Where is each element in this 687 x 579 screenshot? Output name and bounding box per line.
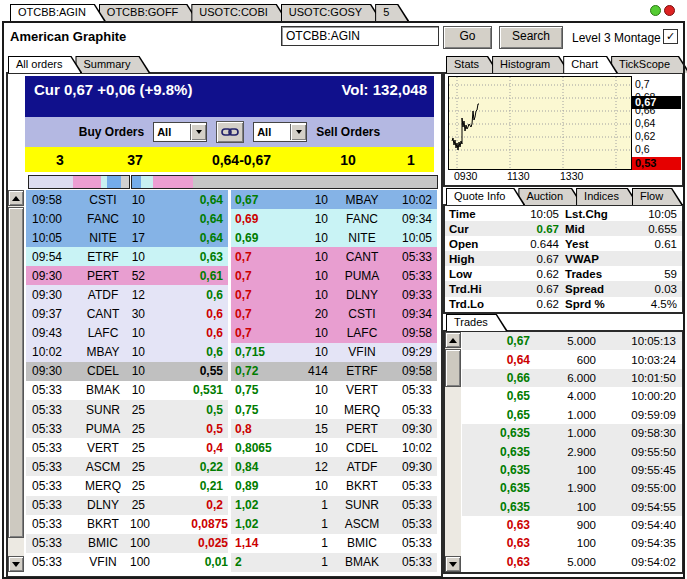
tab-summary[interactable]: Summary bbox=[75, 56, 150, 73]
ask-row[interactable]: 0,89 10 BKRT 05:33 bbox=[231, 476, 437, 495]
bid-row[interactable]: 05:33 MERQ 25 0,21 bbox=[26, 476, 228, 495]
bid-row[interactable]: 09:30 ATDF 12 0,6 bbox=[26, 285, 228, 304]
ask-row[interactable]: 0,8065 10 CDEL 10:02 bbox=[231, 438, 437, 457]
tab-flow[interactable]: Flow bbox=[632, 188, 683, 205]
ask-row[interactable]: 0,7 10 CANT 05:33 bbox=[231, 247, 437, 266]
tab-all-orders[interactable]: All orders bbox=[8, 56, 82, 73]
ask-row[interactable]: 0,8 15 PERT 09:30 bbox=[231, 419, 437, 438]
x-tick-label: 1130 bbox=[507, 170, 530, 182]
scrollbar-thumb[interactable] bbox=[8, 207, 24, 538]
bid-row[interactable]: 05:33 ASCM 25 0,22 bbox=[26, 457, 228, 476]
trade-size: 1.000 bbox=[530, 409, 596, 421]
trade-row[interactable]: 0,63 5.000 09:54:02 bbox=[462, 553, 682, 571]
ask-row[interactable]: 0,69 10 FANC 09:34 bbox=[231, 209, 437, 228]
tab-histogram[interactable]: Histogram bbox=[492, 56, 570, 73]
stat-value: 4.5% bbox=[621, 298, 677, 310]
tab-indices[interactable]: Indices bbox=[576, 188, 639, 205]
sell-filter-dropdown[interactable]: All bbox=[253, 122, 307, 142]
tab-auction[interactable]: Auction bbox=[518, 188, 583, 205]
ask-row[interactable]: 0,84 12 ATDF 09:30 bbox=[231, 457, 437, 476]
trade-row[interactable]: 0,63 900 09:54:40 bbox=[462, 516, 682, 534]
bid-row[interactable]: 05:33 BMIC 100 0,025 bbox=[26, 534, 228, 553]
search-button[interactable]: Search bbox=[499, 26, 563, 49]
trades-scrollbar[interactable] bbox=[445, 332, 461, 572]
tab-5[interactable]: 5 bbox=[375, 4, 409, 21]
bid-row[interactable]: 09:54 ETRF 10 0,63 bbox=[26, 247, 228, 266]
tab-usotc-cobi[interactable]: USOTC:COBI bbox=[191, 4, 287, 21]
trade-time: 09:59:09 bbox=[596, 409, 676, 421]
bid-row[interactable]: 05:33 VERT 25 0,4 bbox=[26, 438, 228, 457]
bid-row[interactable]: 05:33 PUMA 25 0,5 bbox=[26, 419, 228, 438]
bid-row[interactable]: 05:33 BKRT 100 0,0875 bbox=[26, 515, 228, 534]
bid-price: 0,4 bbox=[159, 441, 223, 455]
scroll-up-button[interactable] bbox=[8, 190, 24, 206]
trade-row[interactable]: 0,64 600 10:03:24 bbox=[462, 350, 682, 368]
bid-row[interactable]: 05:33 DLNY 25 0,2 bbox=[26, 496, 228, 515]
ask-row[interactable]: 0,715 10 VFIN 09:29 bbox=[231, 343, 437, 362]
ask-row[interactable]: 0,75 10 MERQ 05:33 bbox=[231, 400, 437, 419]
bid-row[interactable]: 05:33 BMAK 10 0,531 bbox=[26, 381, 228, 400]
bid-row[interactable]: 09:43 LAFC 10 0,6 bbox=[26, 324, 228, 343]
trade-row[interactable]: 0,65 4.000 10:00:20 bbox=[462, 387, 682, 405]
bid-price: 0,2 bbox=[159, 498, 223, 512]
symbol-input[interactable] bbox=[281, 26, 439, 46]
bid-row[interactable]: 09:30 PERT 52 0,61 bbox=[26, 266, 228, 285]
bid-row[interactable]: 10:00 FANC 10 0,64 bbox=[26, 209, 228, 228]
trade-size: 1.000 bbox=[530, 427, 596, 439]
trade-row[interactable]: 0,635 100 09:54:55 bbox=[462, 498, 682, 516]
ask-row[interactable]: 0,7 10 LAFC 09:58 bbox=[231, 324, 437, 343]
tab-chart[interactable]: Chart bbox=[563, 56, 618, 73]
ask-row[interactable]: 1,02 1 SUNR 05:33 bbox=[231, 496, 437, 515]
bid-row[interactable]: 10:05 NITE 17 0,64 bbox=[26, 228, 228, 247]
scroll-down-button[interactable] bbox=[445, 556, 461, 572]
montage-checkbox[interactable]: ✓ bbox=[663, 29, 678, 44]
stat-value: 0.67 bbox=[501, 283, 559, 295]
tab-usotc-gosy[interactable]: USOTC:GOSY bbox=[281, 4, 382, 21]
bid-row[interactable]: 09:37 CANT 30 0,6 bbox=[26, 305, 228, 324]
trade-row[interactable]: 0,635 1.900 09:55:00 bbox=[462, 479, 682, 497]
ask-row[interactable]: 0,75 10 VERT 05:33 bbox=[231, 381, 437, 400]
ask-row[interactable]: 0,69 10 NITE 10:05 bbox=[231, 228, 437, 247]
scroll-down-button[interactable] bbox=[8, 556, 24, 572]
chevron-down-icon[interactable] bbox=[290, 124, 306, 140]
book-scrollbar[interactable] bbox=[8, 190, 24, 572]
ask-row[interactable]: 0,7 10 PUMA 05:33 bbox=[231, 266, 437, 285]
order-time: 09:58 bbox=[390, 364, 432, 378]
ask-row[interactable]: 0,7 10 DLNY 09:33 bbox=[231, 285, 437, 304]
trade-row[interactable]: 0,635 100 09:55:45 bbox=[462, 461, 682, 479]
order-size: 100 bbox=[130, 536, 164, 550]
tab-quote-info[interactable]: Quote Info bbox=[446, 188, 525, 205]
ask-row[interactable]: 0,72 414 ETRF 09:58 bbox=[231, 362, 437, 381]
scroll-up-button[interactable] bbox=[445, 332, 461, 348]
bid-row[interactable]: 09:58 CSTI 10 0,64 bbox=[26, 190, 228, 209]
tab-otcbb-goff[interactable]: OTCBB:GOFF bbox=[99, 4, 199, 21]
ask-row[interactable]: 1,14 1 BMIC 05:33 bbox=[231, 534, 437, 553]
order-time: 05:33 bbox=[390, 517, 432, 531]
ask-row[interactable]: 1,02 1 ASCM 05:33 bbox=[231, 515, 437, 534]
bid-row[interactable]: 10:02 MBAY 10 0,6 bbox=[26, 343, 228, 362]
scrollbar-thumb[interactable] bbox=[445, 349, 461, 387]
trade-row[interactable]: 0,65 1.000 09:59:09 bbox=[462, 406, 682, 424]
link-filters-button[interactable] bbox=[216, 121, 244, 143]
order-time: 05:33 bbox=[390, 250, 432, 264]
bid-row[interactable]: 05:33 SUNR 25 0,5 bbox=[26, 400, 228, 419]
trade-row[interactable]: 0,63 100 09:54:35 bbox=[462, 534, 682, 552]
tab-trades[interactable]: Trades bbox=[446, 314, 508, 331]
tab-tickscope[interactable]: TickScope bbox=[611, 56, 687, 73]
go-button[interactable]: Go bbox=[443, 26, 492, 49]
trade-row[interactable]: 0,66 6.000 10:01:50 bbox=[462, 369, 682, 387]
ask-row[interactable]: 2 1 BMAK 05:33 bbox=[231, 553, 437, 572]
tab-otcbb-agin[interactable]: OTCBB:AGIN bbox=[10, 4, 106, 21]
chevron-down-icon[interactable] bbox=[190, 124, 206, 140]
trade-row[interactable]: 0,635 2.900 09:55:50 bbox=[462, 442, 682, 460]
ask-row[interactable]: 0,67 10 MBAY 10:02 bbox=[231, 190, 437, 209]
order-time: 09:58 bbox=[32, 193, 76, 207]
bid-row[interactable]: 05:33 VFIN 100 0,01 bbox=[26, 553, 228, 572]
bid-row[interactable]: 09:30 CDEL 10 0,55 bbox=[26, 362, 228, 381]
trade-row[interactable]: 0,67 5.000 10:05:13 bbox=[462, 332, 682, 350]
ask-row[interactable]: 0,7 20 CSTI 09:34 bbox=[231, 305, 437, 324]
trade-row[interactable]: 0,635 1.000 09:58:30 bbox=[462, 424, 682, 442]
ask-mmid-count: 1 bbox=[388, 152, 434, 168]
stat-value: 10:05 bbox=[621, 208, 677, 220]
buy-filter-dropdown[interactable]: All bbox=[153, 122, 207, 142]
